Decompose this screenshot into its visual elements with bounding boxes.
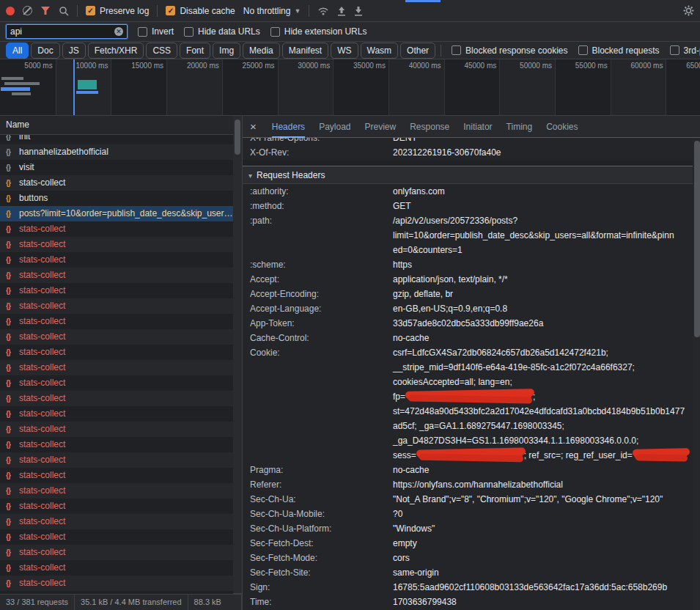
type-chip-js[interactable]: JS bbox=[62, 43, 86, 59]
detail-tab-response[interactable]: Response bbox=[410, 116, 449, 138]
type-chip-all[interactable]: All bbox=[6, 43, 29, 59]
request-row-stats-collect[interactable]: {}stats-collect bbox=[0, 529, 233, 545]
header-value: GET bbox=[393, 199, 693, 213]
request-row-stats-collect[interactable]: {}stats-collect bbox=[0, 237, 233, 252]
request-row-stats-collect[interactable]: {}stats-collect bbox=[0, 452, 233, 468]
request-row-stats-collect[interactable]: {}stats-collect bbox=[0, 576, 233, 591]
request-row-stats-collect[interactable]: {}stats-collect bbox=[0, 422, 233, 437]
type-chip-media[interactable]: Media bbox=[243, 43, 280, 59]
type-chip-ws[interactable]: WS bbox=[331, 43, 358, 59]
headers-content: X-Frame-Options:DENYX-Of-Rev:20231226191… bbox=[243, 138, 693, 610]
request-row-stats-collect[interactable]: {}stats-collect bbox=[0, 175, 233, 191]
request-row-stats-collect[interactable]: {}stats-collect bbox=[0, 437, 233, 452]
request-name: buttons bbox=[19, 193, 48, 203]
detail-tab-initiator[interactable]: Initiator bbox=[463, 116, 492, 138]
checkbox-blocked-response-cookies[interactable]: Blocked response cookies bbox=[452, 45, 567, 56]
type-chip-fetch-xhr[interactable]: Fetch/XHR bbox=[88, 43, 144, 59]
clear-network-log-button[interactable] bbox=[23, 6, 32, 15]
type-chip-img[interactable]: Img bbox=[213, 43, 240, 59]
detail-tab-headers[interactable]: Headers bbox=[272, 116, 305, 138]
timeline-gridline bbox=[499, 59, 500, 115]
type-chip-manifest[interactable]: Manifest bbox=[282, 43, 328, 59]
network-overview-timeline[interactable]: 5000 ms10000 ms15000 ms20000 ms25000 ms3… bbox=[0, 59, 700, 116]
request-row-stats-collect[interactable]: {}stats-collect bbox=[0, 360, 233, 375]
clear-filter-icon[interactable]: ✕ bbox=[114, 27, 123, 36]
request-row-hannahelizabethofficial[interactable]: {}hannahelizabethofficial bbox=[0, 144, 233, 160]
header-value-text: application/json, text/plain, */* bbox=[393, 274, 508, 284]
request-row-stats-collect[interactable]: {}stats-collect bbox=[0, 345, 233, 360]
type-chip-doc[interactable]: Doc bbox=[31, 43, 59, 59]
throttling-select[interactable]: No throttling ▼ bbox=[243, 6, 301, 16]
request-row-visit[interactable]: {}visit bbox=[0, 160, 233, 175]
network-conditions-icon[interactable] bbox=[317, 7, 329, 15]
detail-tab-timing[interactable]: Timing bbox=[506, 116, 533, 138]
header-value-text: cookiesAccepted=all; lang=en; bbox=[393, 377, 512, 387]
disable-cache-label: Disable cache bbox=[180, 6, 235, 16]
request-row-stats-collect[interactable]: {}stats-collect bbox=[0, 221, 233, 237]
scrollbar-thumb[interactable] bbox=[235, 120, 240, 155]
preserve-log-checkbox[interactable]: Preserve log bbox=[86, 6, 149, 16]
request-row-stats-collect[interactable]: {}stats-collect bbox=[0, 468, 233, 483]
request-name: stats-collect bbox=[19, 516, 65, 526]
type-chip-other[interactable]: Other bbox=[400, 43, 435, 59]
request-row-stats-collect[interactable]: {}stats-collect bbox=[0, 375, 233, 391]
import-har-icon[interactable] bbox=[337, 6, 346, 16]
request-name: stats-collect bbox=[19, 378, 65, 388]
request-row-posts-limit-10-order-publish-date-desc-s[interactable]: {}posts?limit=10&order=publish_date_desc… bbox=[0, 206, 233, 221]
checkbox-unchecked-icon bbox=[578, 45, 588, 55]
request-row-stats-collect[interactable]: {}stats-collect bbox=[0, 252, 233, 268]
request-row-stats-collect[interactable]: {}stats-collect bbox=[0, 499, 233, 514]
request-row-init[interactable]: {}init bbox=[0, 135, 233, 144]
details-scrollbar[interactable] bbox=[693, 138, 700, 610]
hide-extension-urls-checkbox[interactable]: Hide extension URLs bbox=[270, 26, 367, 37]
header-row: App-Token:33d57ade8c02dbc5a333db99ff9ae2… bbox=[243, 316, 693, 331]
checkbox-unchecked-icon bbox=[270, 27, 280, 37]
request-headers-section-header[interactable]: ▾Request Headers bbox=[243, 166, 693, 184]
record-button[interactable] bbox=[6, 7, 15, 15]
type-chip-wasm[interactable]: Wasm bbox=[361, 43, 399, 59]
detail-tab-preview[interactable]: Preview bbox=[365, 116, 397, 138]
detail-tab-bar: × HeadersPayloadPreviewResponseInitiator… bbox=[243, 116, 700, 138]
preserve-log-label: Preserve log bbox=[100, 6, 149, 16]
request-row-stats-collect[interactable]: {}stats-collect bbox=[0, 329, 233, 345]
search-icon[interactable] bbox=[59, 6, 69, 16]
type-chip-font[interactable]: Font bbox=[180, 43, 210, 59]
detail-tab-cookies[interactable]: Cookies bbox=[546, 116, 578, 138]
type-chip-css[interactable]: CSS bbox=[146, 43, 177, 59]
request-row-stats-collect[interactable]: {}stats-collect bbox=[0, 283, 233, 298]
hide-data-urls-checkbox[interactable]: Hide data URLs bbox=[184, 26, 260, 37]
request-row-stats-collect[interactable]: {}stats-collect bbox=[0, 545, 233, 560]
export-har-icon[interactable] bbox=[354, 6, 363, 16]
detail-tab-payload[interactable]: Payload bbox=[319, 116, 350, 138]
script-file-icon: {} bbox=[6, 375, 10, 391]
checkbox-blocked-requests[interactable]: Blocked requests bbox=[578, 45, 660, 56]
header-row: Cookie:csrf=LdfcGX4Sa72db06824c657db26a5… bbox=[243, 345, 693, 463]
request-row-stats-collect[interactable]: {}stats-collect bbox=[0, 406, 233, 422]
header-value: 16785:5aad9602cf110608b03133de563642fac1… bbox=[393, 580, 693, 595]
disable-cache-checkbox[interactable]: Disable cache bbox=[166, 6, 235, 16]
request-row-stats-collect[interactable]: {}stats-collect bbox=[0, 268, 233, 283]
filter-icon[interactable] bbox=[40, 6, 51, 15]
header-value: DENY bbox=[393, 138, 693, 145]
request-name: posts?limit=10&order=publish_date_desc&s… bbox=[19, 208, 233, 218]
header-name: Sec-Ch-Ua-Mobile: bbox=[250, 507, 393, 521]
close-icon[interactable]: × bbox=[250, 121, 257, 132]
request-list-scrollbar[interactable] bbox=[233, 116, 242, 594]
checkbox-checked-icon bbox=[166, 6, 175, 15]
filter-input[interactable]: api ✕ bbox=[6, 24, 128, 39]
request-row-stats-collect[interactable]: {}stats-collect bbox=[0, 314, 233, 329]
request-row-stats-collect[interactable]: {}stats-collect bbox=[0, 514, 233, 529]
request-row-stats-collect[interactable]: {}stats-collect bbox=[0, 298, 233, 314]
request-row-buttons[interactable]: {}buttons bbox=[0, 191, 233, 206]
request-row-stats-collect[interactable]: {}stats-collect bbox=[0, 483, 233, 499]
settings-gear-icon[interactable] bbox=[683, 5, 694, 16]
script-file-icon: {} bbox=[6, 144, 10, 160]
name-column-header[interactable]: Name bbox=[0, 116, 242, 135]
request-row-stats-collect[interactable]: {}stats-collect bbox=[0, 391, 233, 406]
header-value-text: no-cache bbox=[393, 333, 429, 343]
header-name: :scheme: bbox=[250, 257, 393, 272]
request-row-stats-collect[interactable]: {}stats-collect bbox=[0, 560, 233, 576]
invert-checkbox[interactable]: Invert bbox=[138, 26, 174, 37]
scrollbar-thumb[interactable] bbox=[694, 141, 700, 337]
checkbox-3rd-party-requests[interactable]: 3rd-party requests bbox=[670, 45, 700, 56]
